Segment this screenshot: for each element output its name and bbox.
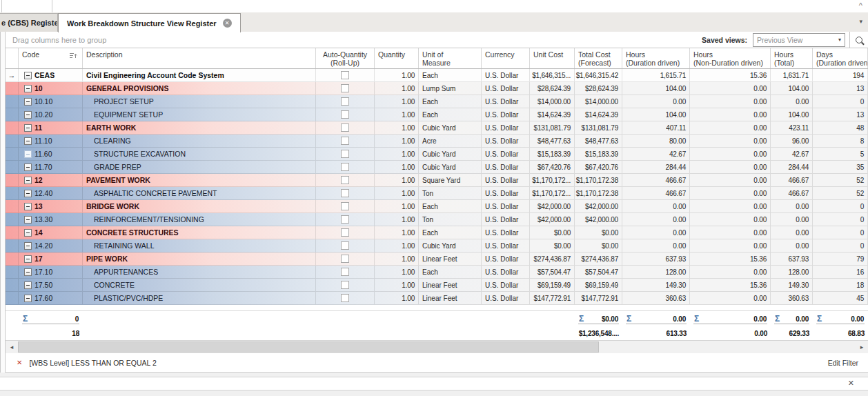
auto-quantity-checkbox[interactable] (341, 281, 349, 289)
column-header-quantity[interactable]: Quantity (375, 48, 419, 68)
saved-views-dropdown[interactable]: Previous View ▾ (753, 33, 845, 47)
sigma-icon[interactable]: Σ (817, 315, 822, 323)
sigma-icon[interactable]: Σ (694, 315, 699, 323)
table-row[interactable]: 10.20EQUIPMENT SETUP1.00EachU.S. Dollar$… (6, 108, 868, 121)
sigma-icon[interactable]: Σ (23, 315, 28, 323)
column-header-hours_non_duration[interactable]: Hours(Non-Duration driven) (690, 48, 771, 68)
days-duration-cell: 52 (813, 187, 868, 200)
auto-quantity-checkbox[interactable] (341, 84, 349, 92)
auto-quantity-checkbox[interactable] (341, 241, 349, 250)
remove-filter-icon[interactable]: ✕ (17, 359, 22, 366)
auto-quantity-checkbox[interactable] (341, 123, 349, 132)
auto-quantity-checkbox[interactable] (341, 163, 349, 171)
search-icon (856, 37, 862, 43)
scroll-left-icon[interactable]: ◂ (6, 341, 18, 353)
table-row[interactable]: 10GENERAL PROVISIONS1.00Lump SumU.S. Dol… (6, 82, 868, 95)
collapse-icon[interactable] (24, 137, 32, 145)
collapse-icon[interactable] (24, 203, 32, 210)
table-row[interactable]: 13BRIDGE WORK1.00EachU.S. Dollar$42,000.… (6, 200, 868, 213)
column-header-code[interactable]: Code (19, 48, 83, 68)
close-tab-icon[interactable]: ✕ (223, 19, 232, 28)
collapse-icon[interactable] (24, 229, 32, 237)
sigma-icon[interactable]: Σ (579, 315, 584, 323)
collapse-icon[interactable] (24, 72, 32, 79)
close-panel-icon[interactable]: ✕ (848, 379, 854, 388)
auto-quantity-checkbox[interactable] (341, 255, 349, 263)
collapse-icon[interactable] (24, 242, 32, 250)
auto-quantity-checkbox[interactable] (341, 150, 349, 158)
table-row[interactable]: 12PAVEMENT WORK1.00Square YardU.S. Dolla… (6, 174, 868, 187)
code-label: 11.60 (34, 150, 52, 158)
auto-quantity-checkbox[interactable] (341, 215, 349, 224)
tab-list-chevron-icon[interactable]: ▾ (859, 18, 862, 25)
total-cost-cell: $1,646,315.42 (575, 69, 622, 82)
scroll-up-icon[interactable]: ^ (859, 1, 862, 10)
auto-quantity-checkbox[interactable] (341, 110, 349, 119)
collapse-icon[interactable] (24, 281, 32, 289)
table-row[interactable]: 10.10PROJECT SETUP1.00EachU.S. Dollar$14… (6, 95, 868, 108)
collapse-icon[interactable] (24, 255, 32, 263)
collapse-icon[interactable] (24, 177, 32, 184)
horizontal-scrollbar[interactable]: ◂ ▸ (6, 340, 868, 353)
table-row[interactable]: 11.70GRADE PREP1.00Cubic YardU.S. Dollar… (6, 161, 868, 174)
sigma-icon[interactable]: Σ (627, 315, 631, 323)
search-button[interactable] (850, 32, 868, 48)
auto-quantity-cell (316, 239, 375, 253)
table-row[interactable]: →CEASCivil Engineering Account Code Syst… (6, 69, 868, 82)
column-header-hours_duration[interactable]: Hours(Duration driven) (622, 48, 690, 68)
collapse-icon[interactable] (24, 85, 32, 92)
total-cost-cell: $69,159.49 (575, 279, 622, 292)
column-header-description[interactable]: Description (83, 48, 316, 68)
auto-quantity-checkbox[interactable] (341, 71, 349, 79)
table-row[interactable]: 11.60STRUCTURE EXCAVATION1.00Cubic YardU… (6, 148, 868, 161)
collapse-icon[interactable] (24, 216, 32, 224)
table-row[interactable]: 17PIPE WORK1.00Linear FeetU.S. Dollar$27… (6, 253, 868, 266)
collapse-icon[interactable] (24, 164, 32, 171)
collapse-icon[interactable] (24, 98, 32, 106)
collapse-icon[interactable] (24, 268, 32, 276)
scroll-right-icon[interactable]: ▸ (856, 341, 868, 353)
auto-quantity-checkbox[interactable] (341, 189, 349, 197)
column-header-unit_cost[interactable]: Unit Cost (530, 48, 575, 68)
tab-wbs-view-register[interactable]: Work Breakdown Structure View Register ✕ (58, 13, 241, 32)
table-row[interactable]: 14CONCRETE STRUCTURES1.00EachU.S. Dollar… (6, 226, 868, 239)
collapse-icon[interactable] (24, 190, 32, 197)
group-by-bar[interactable]: Drag columns here to group Saved views: … (6, 32, 868, 48)
auto-quantity-checkbox[interactable] (341, 202, 349, 210)
table-row[interactable]: 17.10APPURTENANCES1.00EachU.S. Dollar$57… (6, 266, 868, 279)
collapse-icon[interactable] (24, 124, 32, 132)
table-row[interactable]: 11EARTH WORK1.00Cubic YardU.S. Dollar$13… (6, 121, 868, 135)
unit-of-measure-cell: Ton (419, 187, 482, 200)
row-indicator-cell (6, 253, 19, 266)
collapse-icon[interactable] (24, 150, 32, 158)
collapse-icon[interactable] (24, 111, 32, 119)
sigma-icon[interactable]: Σ (775, 315, 780, 323)
column-header-total_cost[interactable]: Total Cost(Forecast) (575, 48, 622, 68)
table-row[interactable]: 12.40ASPHALTIC CONCRETE PAVEMENT1.00TonU… (6, 187, 868, 200)
left-splitter[interactable] (0, 32, 6, 373)
column-header-currency[interactable]: Currency (482, 48, 530, 68)
auto-quantity-checkbox[interactable] (341, 97, 349, 106)
column-header-days[interactable]: Days(Duration driven) (813, 48, 868, 68)
table-row[interactable]: 13.30REINFORCEMENT/TENSIONING1.00TonU.S.… (6, 213, 868, 226)
collapse-icon[interactable] (24, 295, 32, 302)
table-row[interactable]: 17.50CONCRETE1.00Linear FeetU.S. Dollar$… (6, 279, 868, 292)
hours-total-cell: 466.67 (771, 174, 813, 187)
auto-quantity-checkbox[interactable] (341, 268, 349, 276)
table-row[interactable]: 17.60PLASTIC/PVC/HDPE1.00Linear FeetU.S.… (6, 292, 868, 305)
scrollbar-thumb[interactable] (18, 341, 599, 353)
table-row[interactable]: 11.10CLEARING1.00AcreU.S. Dollar$48,477.… (6, 135, 868, 148)
auto-quantity-checkbox[interactable] (341, 176, 349, 184)
edit-filter-link[interactable]: Edit Filter (828, 359, 858, 367)
column-header-hours_total[interactable]: Hours(Total) (771, 48, 813, 68)
auto-quantity-checkbox[interactable] (341, 137, 349, 145)
tab-cbs-register[interactable]: e (CBS) Register (0, 13, 58, 32)
table-row[interactable]: 14.20RETAINING WALL1.00Cubic YardU.S. Do… (6, 239, 868, 253)
column-header-auto_quantity[interactable]: Auto-Quantity(Roll-Up) (316, 48, 375, 68)
column-header-uom[interactable]: Unit ofMeasure (419, 48, 482, 68)
app-window: ^ e (CBS) Register Work Breakdown Struct… (0, 0, 868, 396)
unit-of-measure-cell: Each (419, 95, 482, 108)
hours-non-duration-cell: 0.00 (690, 148, 771, 161)
auto-quantity-checkbox[interactable] (341, 228, 349, 237)
auto-quantity-checkbox[interactable] (341, 294, 349, 302)
